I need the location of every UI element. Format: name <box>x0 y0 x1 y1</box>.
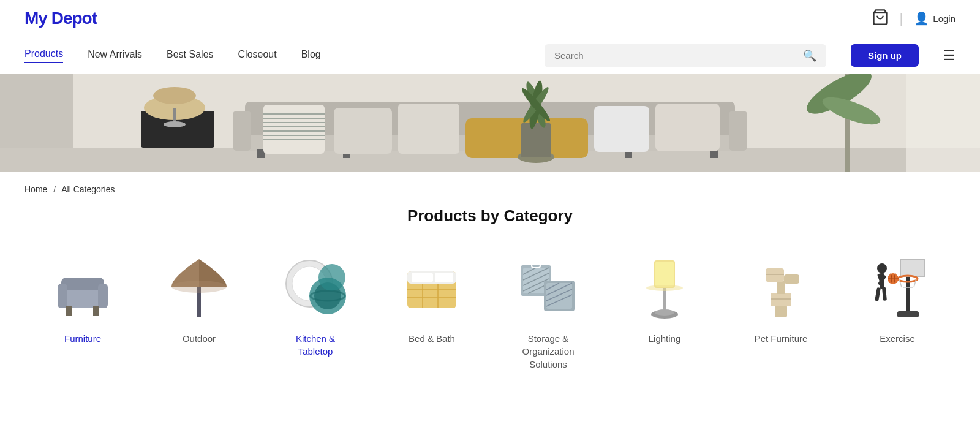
category-lighting[interactable]: Lighting <box>619 250 710 371</box>
bed-bath-label: Bed & Bath <box>409 332 455 345</box>
svg-rect-56 <box>412 273 433 282</box>
category-pet-furniture[interactable]: Pet Furniture <box>735 250 827 371</box>
kitchen-label: Kitchen &Tabletop <box>296 332 335 358</box>
pet-furniture-image <box>741 250 821 323</box>
divider: | <box>900 10 903 26</box>
search-icon[interactable]: 🔍 <box>803 49 816 62</box>
svg-rect-40 <box>61 287 104 308</box>
hamburger-menu-icon[interactable]: ☰ <box>943 48 956 64</box>
search-input[interactable] <box>554 50 797 61</box>
login-label: Login <box>933 13 956 24</box>
user-icon: 👤 <box>914 11 929 26</box>
svg-rect-85 <box>766 268 784 282</box>
category-furniture[interactable]: Furniture <box>37 250 129 371</box>
svg-rect-12 <box>729 111 747 151</box>
svg-rect-31 <box>521 123 551 157</box>
svg-rect-77 <box>655 262 674 287</box>
hero-image <box>0 74 980 172</box>
svg-point-96 <box>877 263 887 273</box>
svg-rect-84 <box>777 281 785 294</box>
svg-rect-101 <box>882 287 887 300</box>
svg-rect-100 <box>875 287 881 301</box>
storage-label: Storage &OrganizationSolutions <box>522 332 574 371</box>
category-grid: Furniture Outdoor <box>24 250 956 371</box>
svg-rect-44 <box>66 306 72 316</box>
logo[interactable]: My Depot <box>24 9 97 28</box>
svg-rect-17 <box>263 105 325 154</box>
navbar: Products New Arrivals Best Sales Closeou… <box>0 37 980 74</box>
signup-button[interactable]: Sign up <box>851 44 919 67</box>
svg-point-6 <box>153 87 196 104</box>
svg-rect-11 <box>233 111 251 151</box>
category-storage[interactable]: Storage &OrganizationSolutions <box>502 250 594 371</box>
svg-point-81 <box>646 285 683 291</box>
lighting-image <box>625 250 704 323</box>
nav-blog[interactable]: Blog <box>301 49 321 62</box>
svg-rect-28 <box>594 106 649 152</box>
svg-rect-26 <box>398 104 459 154</box>
pet-furniture-label: Pet Furniture <box>755 332 808 345</box>
svg-rect-83 <box>771 293 791 306</box>
nav-new-arrivals[interactable]: New Arrivals <box>88 49 142 62</box>
svg-point-80 <box>655 309 674 316</box>
furniture-image <box>43 250 123 323</box>
nav-products[interactable]: Products <box>24 48 63 63</box>
category-kitchen[interactable]: Kitchen &Tabletop <box>270 250 361 371</box>
category-exercise[interactable]: Exercise <box>851 250 943 371</box>
search-bar: 🔍 <box>545 44 826 67</box>
svg-point-8 <box>164 121 186 127</box>
breadcrumb-separator: / <box>53 184 56 194</box>
svg-rect-42 <box>58 284 67 308</box>
svg-point-52 <box>318 264 345 291</box>
storage-image <box>508 250 588 323</box>
svg-rect-82 <box>775 305 787 317</box>
svg-rect-43 <box>98 284 108 308</box>
svg-rect-29 <box>655 104 720 151</box>
exercise-image <box>858 250 937 323</box>
nav-closeout[interactable]: Closeout <box>238 49 277 62</box>
svg-rect-7 <box>173 108 176 123</box>
cart-button[interactable] <box>872 9 889 28</box>
svg-rect-45 <box>93 306 99 316</box>
furniture-label: Furniture <box>64 332 101 345</box>
svg-rect-91 <box>900 259 925 276</box>
svg-rect-25 <box>334 108 392 154</box>
category-section: Products by Category Furniture <box>0 200 980 395</box>
outdoor-label: Outdoor <box>183 332 216 345</box>
breadcrumb-home[interactable]: Home <box>24 184 47 194</box>
svg-rect-57 <box>435 273 453 282</box>
lighting-label: Lighting <box>649 332 681 345</box>
hero-banner <box>0 74 980 172</box>
bed-bath-image <box>392 250 472 323</box>
svg-rect-39 <box>907 74 980 172</box>
svg-rect-90 <box>897 311 919 317</box>
category-bed-bath[interactable]: Bed & Bath <box>386 250 478 371</box>
svg-rect-78 <box>663 288 666 312</box>
section-title: Products by Category <box>24 206 956 225</box>
svg-rect-41 <box>61 278 104 290</box>
category-outdoor[interactable]: Outdoor <box>153 250 245 371</box>
kitchen-image <box>276 250 355 323</box>
exercise-label: Exercise <box>880 332 915 345</box>
svg-rect-86 <box>784 274 799 284</box>
breadcrumb: Home / All Categories <box>0 172 980 200</box>
header-right: | 👤 Login <box>872 9 956 28</box>
nav-best-sales[interactable]: Best Sales <box>167 49 213 62</box>
breadcrumb-current: All Categories <box>61 184 115 194</box>
outdoor-image <box>159 250 239 323</box>
svg-point-47 <box>172 281 227 293</box>
header: My Depot | 👤 Login <box>0 0 980 37</box>
login-button[interactable]: 👤 Login <box>914 11 956 26</box>
